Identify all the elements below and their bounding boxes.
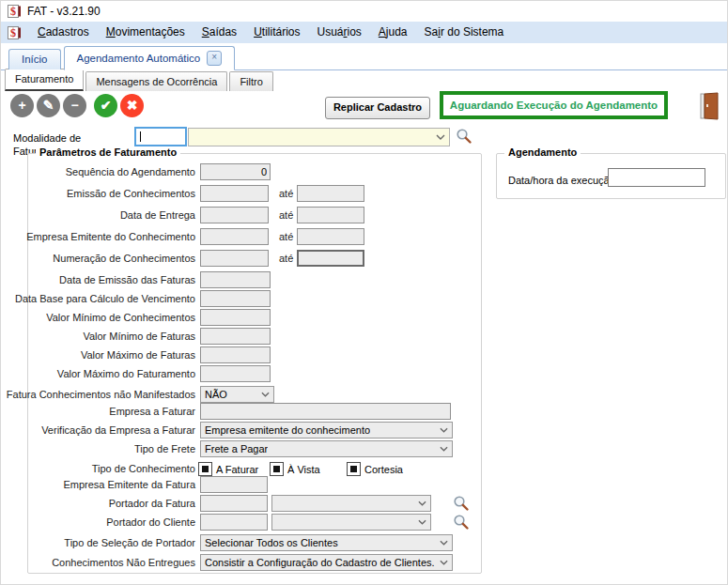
row-empresa-emitente-conhecimento: Empresa Emitente do Conhecimento até [28,228,481,245]
cancel-button[interactable]: ✖ [120,94,144,117]
data-base-vencimento-input[interactable] [200,290,271,307]
portador-fatura-code-input[interactable] [200,495,268,512]
checkbox-fill-icon [350,466,357,472]
subtab-faturamento[interactable]: Faturamento [5,69,84,91]
menu-cadastros[interactable]: Cadastros [29,22,98,43]
data-entrega-from-input[interactable] [200,207,269,223]
subtab-label: Faturamento [15,73,73,85]
data-hora-execucao-label: Data/hora da execução [508,171,615,190]
menu-ajuda[interactable]: Ajuda [370,22,416,43]
exit-button[interactable] [700,92,720,120]
search-icon[interactable] [453,495,470,512]
checkbox-group-a-faturar: A Faturar [198,462,258,476]
row-empresa-a-faturar: Empresa a Faturar [28,403,481,420]
conhecimentos-nao-entregues-label: Conhecimentos Não Entregues [28,554,195,571]
emissao-conhecimentos-label: Emissão de Conhecimentos [28,185,195,202]
minus-icon: − [70,98,78,113]
data-hora-execucao-input[interactable] [608,168,705,187]
checkbox-fill-icon [273,466,280,472]
empresa-emitente-conhecimento-from-input[interactable] [200,228,269,245]
emissao-conhecimentos-to-input[interactable] [297,185,364,202]
conhecimentos-nao-entregues-select[interactable]: Consistir a Configuração do Cadastro de … [200,554,453,571]
parametros-groupbox: Parâmetros de Faturamento Sequência do A… [27,153,482,574]
replicar-cadastro-button[interactable]: Replicar Cadastro [325,97,430,119]
numeracao-conhecimentos-to-input[interactable] [297,250,364,267]
menu-label-post: ios [348,25,362,38]
subtab-mensagens-ocorrencia[interactable]: Mensagens de Ocorrência [85,71,227,91]
row-data-base-vencimento: Data Base para Cálculo de Vencimento [28,290,481,307]
search-icon[interactable] [456,128,472,145]
portador-cliente-select[interactable] [271,514,431,531]
menu-bar: $ Cadastros Movimentações Saídas Utilitá… [1,22,727,43]
row-empresa-emitente-fatura: Empresa Emitente da Fatura [28,476,481,493]
valor-minimo-faturas-input[interactable] [200,328,271,345]
agendamento-legend: Agendamento [504,146,581,158]
menu-label-post: tilitários [262,25,301,38]
portador-cliente-label: Portador do Cliente [28,514,195,531]
row-valor-maximo-faturamento: Valor Máximo do Faturamento [28,365,481,382]
sub-tabstrip: Faturamento Mensagens de Ocorrência Filt… [1,70,727,91]
tab-agendamento-automatico[interactable]: Agendamento Automático × [64,46,236,70]
empresa-emitente-fatura-input[interactable] [200,476,268,493]
pencil-icon: ✎ [43,98,54,113]
menu-app-icon: $ [7,25,22,40]
valor-minimo-conhecimentos-input[interactable] [200,309,271,326]
a-vista-checkbox-label: À Vista [287,464,320,475]
verificacao-empresa-select[interactable]: Empresa emitente do conhecimento [200,422,453,439]
row-tipo-frete: Tipo de Frete Frete a Pagar [28,440,481,457]
row-tipo-conhecimento: Tipo de Conhecimento A Faturar À Vista C… [28,460,481,477]
numeracao-conhecimentos-from-input[interactable] [200,250,269,267]
menu-label-key: S [202,25,209,38]
verificacao-empresa-label: Verificação da Empresa a Faturar [28,422,195,439]
emissao-conhecimentos-from-input[interactable] [200,185,269,202]
menu-movimentacoes[interactable]: Movimentações [98,22,194,43]
checkbox-fill-icon [202,466,209,472]
empresa-a-faturar-input[interactable] [200,403,451,420]
valor-minimo-conhecimentos-label: Valor Mínimo de Conhecimentos [28,309,195,326]
nao-manifestados-select[interactable]: NÃO [200,386,274,403]
row-nao-manifestados: Fatura Conhecimentos não Manifestados NÃ… [28,386,481,403]
valor-maximo-faturamento-input[interactable] [200,365,271,382]
menu-usuarios[interactable]: Usuários [308,22,369,43]
chevron-down-icon [418,519,426,525]
tab-inicio[interactable]: Início [8,49,61,69]
a-faturar-checkbox[interactable] [198,462,212,476]
data-entrega-to-input[interactable] [297,207,364,223]
confirm-button[interactable]: ✔ [94,94,117,117]
row-numeracao-conhecimentos: Numeração de Conhecimentos até [28,250,481,267]
menu-sair-do-sistema[interactable]: Sair do Sistema [416,22,513,43]
data-emissao-faturas-input[interactable] [200,271,271,288]
menu-label-post: r do Sistema [441,25,503,38]
svg-text:$: $ [10,5,16,18]
tipo-frete-select[interactable]: Frete a Pagar [200,440,453,457]
search-icon[interactable] [453,514,470,531]
parametros-legend: Parâmetros de Faturamento [36,146,180,158]
tipo-selecao-portador-select[interactable]: Selecionar Todos os Clientes [200,534,453,551]
row-valor-minimo-faturas: Valor Mínimo de Faturas [28,328,481,345]
ate-label: até [279,228,293,245]
valor-maximo-faturas-input[interactable] [200,346,271,363]
menu-label-key: A [379,25,386,38]
menu-label-pre: Sa [425,25,439,38]
remove-button[interactable]: − [63,94,86,117]
cortesia-checkbox[interactable] [347,462,361,476]
portador-fatura-select[interactable] [271,495,431,512]
add-button[interactable]: + [10,94,34,117]
menu-saidas[interactable]: Saídas [194,22,245,43]
portador-cliente-code-input[interactable] [200,514,268,531]
empresa-emitente-conhecimento-to-input[interactable] [297,228,364,245]
a-vista-checkbox[interactable] [270,462,284,476]
close-icon[interactable]: × [207,51,222,66]
menu-label-pre: Usuá [317,25,343,38]
row-portador-cliente: Portador do Cliente [28,514,481,531]
sequencia-label: Sequência do Agendamento [28,163,195,180]
subtab-filtro[interactable]: Filtro [229,71,272,91]
menu-utilitarios[interactable]: Utilitários [245,22,308,43]
empresa-emitente-fatura-label: Empresa Emitente da Fatura [28,476,195,493]
modalidade-combobox[interactable] [188,128,450,146]
ate-label: até [279,250,293,267]
edit-button[interactable]: ✎ [37,94,60,117]
modalidade-code-input[interactable] [134,127,187,146]
svg-text:$: $ [10,26,16,39]
sequencia-input[interactable] [200,163,271,180]
